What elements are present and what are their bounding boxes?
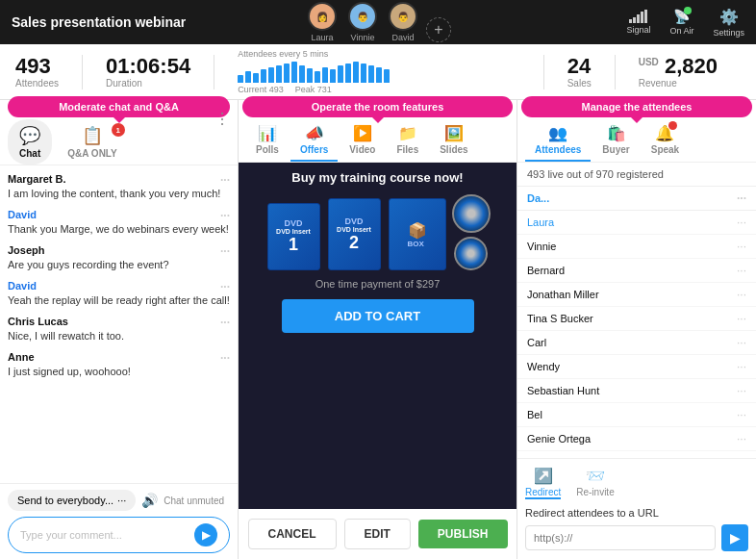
publish-button[interactable]: PUBLISH — [418, 520, 508, 548]
tab-speak[interactable]: 🔔 Speak — [642, 119, 689, 162]
attendee-item: Bel ··· — [517, 403, 756, 427]
speak-badge — [668, 121, 677, 130]
message-menu[interactable]: ··· — [220, 173, 230, 187]
cancel-button[interactable]: CANCEL — [248, 519, 337, 549]
attendee-menu[interactable]: ··· — [737, 336, 746, 349]
chart-bar — [315, 71, 320, 83]
settings-button[interactable]: ⚙️ Settings — [713, 8, 744, 38]
slides-icon: 🖼️ — [444, 124, 464, 142]
chat-msg-name: Anne ··· — [8, 351, 230, 365]
offers-tooltip-label: Operate the room features — [242, 96, 513, 117]
chart-bar — [268, 67, 274, 83]
redirect-icon: ↗️ — [534, 467, 553, 485]
message-menu[interactable]: ··· — [220, 351, 230, 365]
avatar-vinnie[interactable]: 👨 Vinnie — [348, 2, 377, 42]
signal-button[interactable]: Signal — [626, 10, 650, 35]
list-header-menu[interactable]: ··· — [737, 191, 746, 205]
tab-offers[interactable]: 📣 Offers — [290, 119, 338, 162]
stat-revenue: USD 2,820 Revenue — [639, 55, 718, 89]
chart-bar — [284, 64, 290, 83]
attendees-tooltip-label: Manage the attendees — [521, 96, 752, 117]
comment-input-area[interactable]: Type your comment... ▶ — [8, 517, 230, 553]
attendee-menu[interactable]: ··· — [737, 288, 746, 301]
tab-slides[interactable]: 🖼️ Slides — [430, 119, 477, 162]
revenue-value: USD 2,820 — [639, 55, 718, 78]
attendee-menu[interactable]: ··· — [737, 432, 746, 445]
chart-peak: Peak 731 — [295, 85, 332, 94]
mute-icon[interactable]: 🔊 — [141, 493, 158, 508]
attendees-list-header: Da... ··· — [517, 187, 756, 211]
on-air-button[interactable]: 📡 On Air — [669, 9, 693, 36]
avatar-laura[interactable]: 👩 Laura — [308, 2, 337, 42]
add-user-button[interactable]: + — [426, 17, 451, 42]
tab-qa[interactable]: 📋 Q&A ONLY 1 — [56, 119, 129, 165]
url-go-button[interactable]: ▶ — [721, 524, 748, 551]
tab-redirect[interactable]: ↗️ Redirect — [525, 467, 561, 499]
stat-attendees: 493 Attendees — [15, 55, 59, 89]
attendee-menu[interactable]: ··· — [737, 360, 746, 373]
chart-bar — [238, 75, 243, 83]
attendee-menu[interactable]: ··· — [737, 384, 746, 397]
stat-divider-4 — [615, 55, 616, 89]
files-icon: 📁 — [398, 124, 417, 142]
speak-bell-container: 🔔 — [655, 124, 674, 142]
chart-current: Current 493 — [238, 85, 284, 94]
edit-button[interactable]: EDIT — [344, 519, 411, 549]
offers-tabs: Operate the room features 📊 Polls 📣 Offe… — [239, 100, 517, 163]
avatar-david[interactable]: 👨 David — [389, 2, 417, 42]
tab-polls[interactable]: 📊 Polls — [246, 119, 289, 162]
offers-icon: 📣 — [305, 124, 324, 142]
avatar-img: 👨 — [348, 2, 377, 31]
attendee-name: Sebastian Hunt — [527, 385, 599, 396]
chat-menu-button[interactable]: ⋮ — [214, 110, 230, 128]
tab-buyer[interactable]: 🛍️ Buyer — [592, 119, 639, 162]
send-arrow-button[interactable]: ▶ — [194, 523, 217, 546]
message-menu[interactable]: ··· — [220, 280, 230, 293]
tab-reinvite[interactable]: 📨 Re-invite — [576, 467, 614, 499]
tab-video[interactable]: ▶️ Video — [340, 119, 385, 162]
chart-bar — [338, 65, 343, 83]
send-to-button[interactable]: Send to everybody... ··· — [8, 490, 136, 511]
attendee-menu[interactable]: ··· — [737, 264, 746, 277]
chat-msg-text: Nice, I will rewatch it too. — [8, 330, 230, 342]
chat-message: David ··· Thank you Marge, we do webinar… — [8, 209, 230, 235]
attendee-name: Jonathan Miller — [527, 289, 599, 300]
disc-1 — [452, 194, 491, 233]
attendee-name: Genie Ortega — [527, 433, 591, 445]
attendee-name: Carl — [527, 337, 546, 348]
offers-panel: Operate the room features 📊 Polls 📣 Offe… — [239, 100, 517, 559]
stat-duration: 01:06:54 Duration — [106, 55, 190, 89]
attendees-bottom: ↗️ Redirect 📨 Re-invite Redirect attende… — [517, 458, 756, 559]
attendees-list: Laura ··· Vinnie ··· Bernard ··· Jonatha… — [517, 211, 756, 458]
attendee-name: Wendy — [527, 361, 560, 372]
chart-bar — [368, 65, 374, 83]
url-input[interactable] — [525, 525, 716, 550]
attendee-menu[interactable]: ··· — [737, 312, 746, 325]
message-menu[interactable]: ··· — [220, 244, 230, 258]
top-bar-controls: Signal 📡 On Air ⚙️ Settings — [626, 8, 744, 38]
attendee-name: Bel — [527, 409, 542, 420]
chat-msg-name: Chris Lucas ··· — [8, 316, 230, 329]
attendee-item: Carl ··· — [517, 331, 756, 355]
attendee-menu[interactable]: ··· — [737, 408, 746, 421]
chart-bar — [353, 62, 359, 83]
tab-chat[interactable]: 💬 Chat — [8, 119, 52, 165]
attendee-menu[interactable]: ··· — [737, 240, 746, 253]
add-to-cart-button[interactable]: ADD TO CART — [282, 299, 474, 333]
message-menu[interactable]: ··· — [220, 316, 230, 329]
chat-msg-text: Are you guys recording the event? — [8, 259, 230, 270]
attendees-bottom-tabs: ↗️ Redirect 📨 Re-invite — [525, 467, 748, 499]
chat-msg-text: I just signed up, woohooo! — [8, 366, 230, 377]
on-air-icon: 📡 — [673, 9, 690, 24]
attendee-name: Laura — [527, 216, 554, 228]
message-menu[interactable]: ··· — [220, 209, 230, 222]
chart-bar — [261, 69, 266, 83]
chat-message: Joseph ··· Are you guys recording the ev… — [8, 244, 230, 270]
stat-sales: 24 Sales — [567, 55, 592, 89]
tab-attendees[interactable]: 👥 Attendees — [525, 119, 591, 162]
attendee-menu[interactable]: ··· — [737, 216, 746, 229]
url-input-row: ▶ — [525, 524, 748, 551]
attendees-tabs: Manage the attendees 👥 Attendees 🛍️ Buye… — [517, 100, 756, 163]
attendee-item: Genie Ortega ··· — [517, 427, 756, 451]
tab-files[interactable]: 📁 Files — [387, 119, 428, 162]
